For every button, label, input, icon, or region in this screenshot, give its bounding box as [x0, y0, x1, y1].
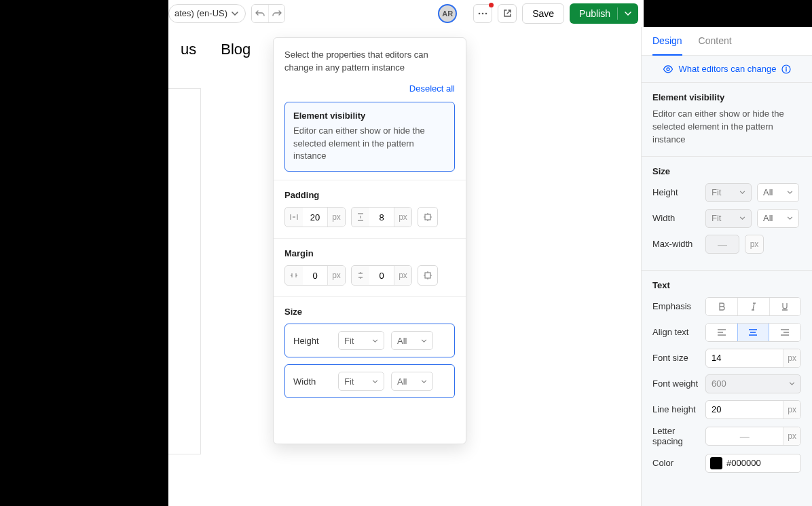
nav-item[interactable]: Blog [221, 41, 251, 58]
height-card-label: Height [293, 336, 331, 346]
chevron-down-icon [421, 339, 427, 343]
maxwidth-input[interactable]: — [705, 235, 739, 254]
expand-icon [424, 271, 432, 279]
margin-horizontal-input[interactable]: px [284, 265, 346, 286]
svg-rect-5 [425, 214, 430, 220]
fontsize-input[interactable]: px [705, 349, 801, 368]
color-row: Color #000000 [652, 454, 801, 473]
chevron-down-icon [739, 216, 745, 220]
italic-button[interactable] [737, 298, 769, 315]
chevron-down-icon [787, 191, 793, 194]
avatar[interactable]: AR [438, 4, 457, 23]
align-center-button[interactable] [737, 323, 769, 342]
letterspacing-label: Letter spacing [652, 426, 700, 447]
eye-icon [663, 65, 673, 73]
maxwidth-unit: px [745, 235, 764, 254]
align-label: Align text [652, 327, 700, 337]
size-title: Size [652, 166, 801, 176]
save-button[interactable]: Save [522, 3, 564, 24]
width-card-bp-select[interactable]: All [391, 372, 433, 391]
page-nav: us Blog [168, 41, 251, 58]
letterspacing-row: Letter spacing — px [652, 426, 801, 447]
visibility-card-desc: Editor can either show or hide the selec… [293, 125, 446, 163]
bold-button[interactable] [706, 298, 737, 315]
width-select[interactable]: Fit [705, 209, 752, 228]
fontweight-row: Font weight 600 [652, 374, 801, 393]
chevron-down-icon [789, 382, 795, 385]
chevron-down-icon [787, 216, 793, 220]
topbar: ates) (en-US) AR Save Publish [168, 0, 644, 27]
separator [617, 7, 618, 20]
align-right-button[interactable] [769, 324, 800, 341]
more-menu-button[interactable] [473, 4, 492, 23]
locale-selector[interactable]: ates) (en-US) [168, 4, 246, 23]
underline-icon [781, 303, 788, 311]
chevron-down-icon [625, 12, 631, 16]
padding-row: px px [284, 207, 455, 227]
locale-label: ates) (en-US) [174, 8, 227, 18]
panel-tabs: Design Content [642, 27, 812, 56]
deselect-all-link[interactable]: Deselect all [409, 83, 455, 94]
margin-section: Margin px px [274, 238, 466, 296]
align-left-button[interactable] [706, 324, 738, 341]
publish-button[interactable]: Publish [570, 3, 638, 24]
padding-vertical-input[interactable]: px [351, 207, 412, 227]
emphasis-row: Emphasis [652, 297, 801, 316]
emphasis-label: Emphasis [652, 301, 700, 311]
padding-vertical-icon [352, 213, 369, 221]
color-label: Color [652, 458, 700, 468]
align-left-icon [718, 329, 726, 336]
color-input[interactable]: #000000 [705, 454, 801, 473]
editor-banner[interactable]: What editors can change [642, 56, 812, 83]
width-card[interactable]: Width Fit All [284, 364, 455, 398]
popover-size-section: Size Height Fit All Width Fit All [274, 296, 466, 416]
size-section: Size Height Fit All Width Fit [642, 157, 812, 271]
height-select[interactable]: Fit [705, 183, 752, 202]
margin-expand-button[interactable] [418, 265, 438, 286]
chevron-down-icon [232, 12, 238, 16]
width-card-select[interactable]: Fit [338, 372, 384, 391]
margin-vertical-input[interactable]: px [351, 265, 412, 286]
text-title: Text [652, 280, 801, 290]
padding-horizontal-icon [285, 213, 303, 221]
visibility-desc: Editor can either show or hide the selec… [652, 108, 801, 147]
margin-horizontal-icon [285, 271, 303, 279]
nav-item[interactable]: us [181, 41, 196, 58]
svg-point-3 [667, 68, 669, 71]
chevron-down-icon [739, 191, 745, 194]
letterspacing-input[interactable]: — px [705, 427, 801, 446]
underline-button[interactable] [769, 298, 800, 315]
chevron-down-icon [372, 339, 378, 343]
open-external-button[interactable] [498, 4, 517, 23]
color-swatch [710, 457, 722, 469]
editor-banner-text: What editors can change [679, 64, 777, 74]
chevron-down-icon [421, 380, 427, 383]
padding-expand-button[interactable] [418, 207, 438, 227]
popover-intro: Select the properties that editors can c… [274, 38, 466, 80]
visibility-title: Element visibility [652, 92, 801, 102]
margin-vertical-icon [352, 271, 369, 279]
tab-content[interactable]: Content [699, 35, 732, 55]
height-breakpoint-select[interactable]: All [757, 183, 799, 202]
padding-horizontal-input[interactable]: px [284, 207, 346, 227]
text-section: Text Emphasis Align text Font size [642, 271, 812, 489]
tab-design[interactable]: Design [652, 35, 682, 56]
publish-label: Publish [579, 8, 610, 19]
height-card[interactable]: Height Fit All [284, 324, 455, 357]
width-breakpoint-select[interactable]: All [757, 209, 799, 228]
chevron-down-icon [372, 380, 378, 383]
ellipsis-icon [478, 12, 487, 15]
height-card-select[interactable]: Fit [338, 331, 384, 350]
undo-button[interactable] [252, 5, 268, 22]
width-label: Width [652, 213, 700, 223]
lineheight-input[interactable]: px [705, 400, 801, 419]
avatar-initials: AR [442, 9, 453, 18]
redo-button[interactable] [268, 5, 284, 22]
properties-popover: Select the properties that editors can c… [273, 37, 466, 444]
fontweight-select[interactable]: 600 [705, 374, 801, 393]
lineheight-row: Line height px [652, 400, 801, 419]
height-card-bp-select[interactable]: All [391, 331, 433, 350]
visibility-card[interactable]: Element visibility Editor can either sho… [284, 102, 455, 172]
align-row: Align text [652, 323, 801, 342]
undo-icon [255, 9, 265, 18]
